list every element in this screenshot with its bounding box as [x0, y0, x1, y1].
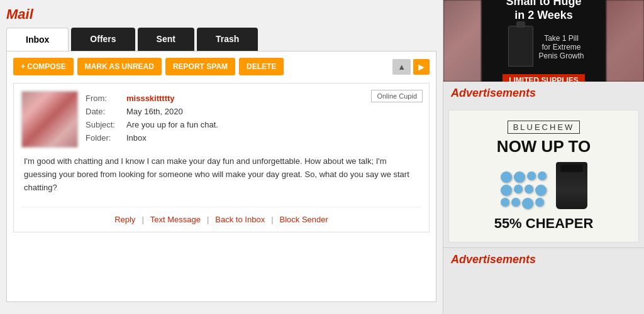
folder-row: Folder: Inbox [86, 133, 421, 143]
right-column: Small to Hugein 2 Weeks Take 1 Pillfor E… [443, 0, 644, 314]
tab-bar: Inbox Offers Sent Trash [6, 28, 436, 51]
tab-offers[interactable]: Offers [71, 28, 135, 51]
email-detail: Online Cupid From: missskittttty Date: M… [13, 83, 430, 232]
toolbar: + COMPOSE MARK AS UNREAD REPORT SPAM DEL… [13, 58, 430, 75]
subject-row: Subject: Are you up for a fun chat. [86, 120, 421, 129]
from-label: From: [86, 94, 126, 103]
ad-bg-right [606, 0, 644, 82]
online-badge: Online Cupid [371, 90, 423, 102]
pill-1 [501, 171, 512, 183]
subject-label: Subject: [86, 120, 126, 129]
ads-section-title: Advertisements [443, 82, 644, 105]
tab-trash[interactable]: Trash [197, 28, 258, 51]
bluechew-pills [501, 171, 551, 209]
tab-sent[interactable]: Sent [138, 28, 194, 51]
from-value: missskittttty [126, 94, 175, 103]
subject-value: Are you up for a fun chat. [126, 120, 218, 129]
sender-avatar [21, 91, 78, 148]
bluechew-percent: 55% CHEAPER [459, 215, 628, 232]
date-label: Date: [86, 107, 126, 116]
pill-8 [535, 185, 547, 196]
pill-11 [522, 198, 533, 209]
bluechew-now-up-to: NOW UP TO [459, 138, 628, 156]
ad-bg-left [443, 0, 481, 82]
pill-5 [501, 185, 512, 196]
back-to-inbox-link[interactable]: Back to Inbox [209, 215, 271, 224]
next-button[interactable]: ▶ [413, 59, 430, 75]
ad-limited-badge: LIMITED SUPPLIES [502, 74, 585, 82]
ad-bottle-icon [508, 26, 533, 67]
report-spam-button[interactable]: REPORT SPAM [165, 58, 235, 75]
pill-4 [538, 171, 547, 180]
pill-7 [525, 185, 533, 193]
ad-top-sub: Take 1 Pillfor ExtremePenis Growth [538, 34, 584, 60]
block-sender-link[interactable]: Block Sender [274, 215, 335, 224]
compose-button[interactable]: + COMPOSE [13, 58, 74, 75]
pill-12 [535, 198, 544, 207]
email-body: I'm good with chatting and I know I can … [21, 155, 421, 194]
pill-10 [511, 198, 520, 207]
date-value: May 16th, 2020 [126, 107, 183, 116]
pill-3 [527, 171, 536, 180]
toolbar-nav: ▲ ▶ [392, 59, 430, 75]
date-row: Date: May 16th, 2020 [86, 107, 421, 116]
mail-panel: + COMPOSE MARK AS UNREAD REPORT SPAM DEL… [6, 51, 436, 302]
ads-bottom-title: Advertisements [443, 247, 644, 271]
email-header: From: missskittttty Date: May 16th, 2020… [21, 91, 421, 148]
bluechew-brand: BLUECHEW [508, 121, 580, 134]
mark-unread-button[interactable]: MARK AS UNREAD [77, 58, 162, 75]
delete-button[interactable]: DELETE [239, 58, 284, 75]
folder-label: Folder: [86, 133, 126, 143]
ad-top-banner[interactable]: Small to Hugein 2 Weeks Take 1 Pillfor E… [443, 0, 644, 82]
pill-6 [514, 185, 523, 193]
main-column: Mail Inbox Offers Sent Trash + COMPOSE M… [0, 0, 443, 314]
pill-2 [514, 171, 525, 183]
pill-9 [501, 198, 509, 207]
text-message-link[interactable]: Text Message [144, 215, 207, 224]
bluechew-bag-icon [556, 162, 587, 209]
bluechew-visual [459, 162, 628, 209]
tab-inbox[interactable]: Inbox [6, 28, 69, 51]
email-actions: Reply | Text Message | Back to Inbox | B… [21, 207, 421, 224]
app-title: Mail [6, 6, 436, 23]
prev-button[interactable]: ▲ [392, 59, 411, 75]
folder-value: Inbox [126, 133, 147, 143]
ad-top-content: Small to Hugein 2 Weeks Take 1 Pillfor E… [502, 0, 585, 82]
ad-top-headline: Small to Hugein 2 Weeks [502, 0, 585, 22]
reply-link[interactable]: Reply [108, 215, 142, 224]
bluechew-ad[interactable]: BLUECHEW NOW UP TO 55% CHEAPER [448, 110, 639, 242]
